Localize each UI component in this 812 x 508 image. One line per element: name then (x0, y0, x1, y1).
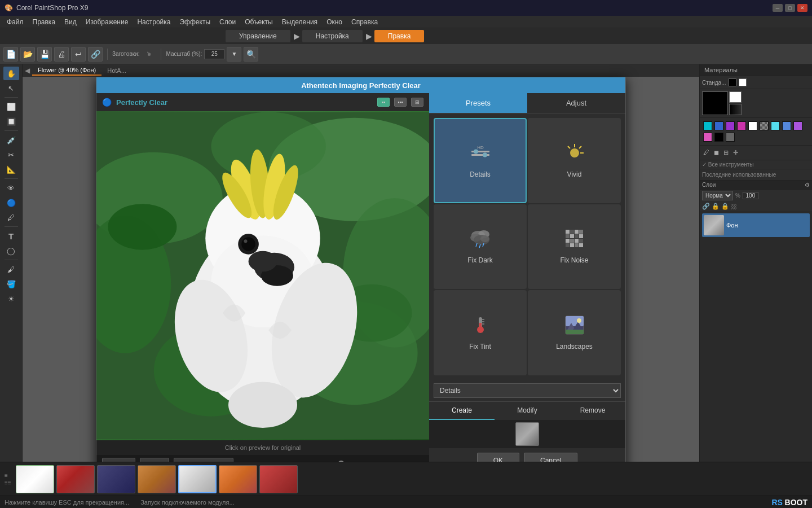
white-swatch[interactable] (729, 91, 742, 103)
preset-fix-dark[interactable]: Fix Dark (434, 204, 527, 290)
tool-select[interactable]: ↖ (3, 81, 19, 95)
transparent-swatch[interactable] (729, 104, 742, 115)
film-thumb-2[interactable] (56, 465, 95, 493)
filmstrip-toggle-2[interactable]: ≡≡ (5, 480, 11, 486)
help-button[interactable]: Help (140, 458, 170, 462)
layer-chain-icon[interactable]: ⛓ (731, 203, 737, 210)
swatch-dark-pattern[interactable] (760, 121, 769, 130)
background-color[interactable] (739, 78, 747, 86)
tool-rect-select[interactable]: ⬜ (3, 100, 19, 113)
tool-fill[interactable]: 🪣 (3, 277, 19, 291)
tool-crop[interactable]: ✂ (3, 148, 19, 161)
open-button[interactable]: 📂 (20, 47, 35, 62)
menu-edit[interactable]: Правка (28, 17, 60, 27)
plus-icon[interactable]: ✚ (732, 148, 739, 157)
layer-blend-mode[interactable]: Норма (702, 191, 733, 200)
foreground-color[interactable] (729, 78, 736, 86)
swatch-cyan-light[interactable] (771, 121, 780, 130)
nav-tab-manage[interactable]: Управление (226, 30, 290, 42)
panel-tab-presets[interactable]: Presets (429, 93, 527, 113)
undo-button[interactable]: ↩ (71, 47, 86, 62)
cancel-button[interactable]: Cancel (524, 453, 577, 462)
maximize-button[interactable]: □ (785, 4, 795, 12)
view-btn-1[interactable]: ▪▪ (377, 98, 390, 107)
menu-view[interactable]: Вид (60, 17, 81, 27)
canvas-tab-flower[interactable]: Flower @ 40% (Фон) (32, 65, 102, 76)
menu-selections[interactable]: Выделения (277, 17, 322, 27)
tool-text[interactable]: T (3, 229, 19, 243)
opacity-input[interactable] (743, 192, 758, 199)
save-button[interactable]: 💾 (37, 47, 52, 62)
menu-file[interactable]: Файл (2, 17, 28, 27)
cm-tab-remove[interactable]: Remove (560, 402, 625, 420)
panel-tab-adjust[interactable]: Adjust (527, 93, 625, 113)
swatch-cyan[interactable] (703, 121, 712, 130)
zoom-thumb[interactable] (338, 461, 345, 462)
layer-lock-icon[interactable]: 🔒 (712, 203, 720, 210)
tool-paint[interactable]: 🖌 (3, 262, 19, 276)
menu-settings[interactable]: Настройка (133, 17, 175, 27)
layer-bg-row[interactable]: Фон (702, 213, 810, 237)
film-thumb-7[interactable] (259, 465, 298, 493)
menu-objects[interactable]: Объекты (240, 17, 277, 27)
nav-tab-settings[interactable]: Настройка (302, 30, 363, 42)
masshtab-input[interactable] (204, 49, 224, 59)
layer-lock2-icon[interactable]: 🔒 (721, 203, 729, 210)
filmstrip-toggle-1[interactable]: ≡ (5, 472, 11, 479)
ok-button[interactable]: OK (477, 453, 519, 462)
share-button[interactable]: 🔗 (88, 47, 103, 62)
back-arrow[interactable]: ◀ (25, 67, 30, 75)
film-thumb-1[interactable] (16, 465, 54, 493)
preset-dropdown[interactable]: Details (434, 383, 621, 398)
menu-help[interactable]: Справка (347, 17, 382, 27)
cm-tab-create[interactable]: Create (429, 402, 495, 420)
watch-tutorials-button[interactable]: Watch Tutorials (174, 458, 233, 462)
zoom-out-button[interactable]: 🔍 (244, 47, 258, 62)
swatch-blue[interactable] (714, 121, 723, 130)
view-btn-2[interactable]: ▪▪▪ (394, 98, 407, 107)
tool-clone[interactable]: 🔵 (3, 196, 19, 209)
layer-settings-icon[interactable]: ⚙ (805, 182, 810, 188)
tool-redeye[interactable]: 👁 (3, 181, 19, 195)
canvas-tab-extra[interactable]: HotA... (102, 66, 132, 75)
view-btn-3[interactable]: ⊞ (411, 98, 423, 107)
film-thumb-5[interactable] (178, 465, 217, 493)
preview-image[interactable] (96, 111, 429, 440)
preset-thumb-1[interactable] (515, 422, 539, 446)
layer-link-icon[interactable]: 🔗 (702, 203, 710, 210)
tool-scratch[interactable]: 🖊 (3, 211, 19, 224)
menu-effects[interactable]: Эффекты (175, 17, 215, 27)
minimize-button[interactable]: ─ (773, 4, 783, 12)
gradient-icon[interactable]: ◼ (713, 148, 720, 157)
main-fg-swatch[interactable] (702, 91, 728, 115)
preset-details[interactable]: HD Details (434, 118, 527, 203)
menu-layers[interactable]: Слои (215, 17, 240, 27)
film-thumb-3[interactable] (97, 465, 135, 493)
print-button[interactable]: 🖨 (54, 47, 69, 62)
close-button[interactable]: ✕ (797, 4, 807, 12)
nav-tab-edit[interactable]: Правка (374, 30, 425, 42)
tool-eyedropper[interactable]: 💉 (3, 133, 19, 147)
tool-pan[interactable]: ✋ (3, 67, 19, 80)
preset-fix-tint[interactable]: Fix Tint (434, 290, 527, 375)
tool-lasso[interactable]: 🔲 (3, 115, 19, 128)
zoom-down-button[interactable]: ▼ (227, 47, 241, 62)
new-button[interactable]: 📄 (3, 47, 18, 62)
swatch-white-2[interactable] (748, 121, 757, 130)
tool-dodge[interactable]: ☀ (3, 292, 19, 305)
film-thumb-4[interactable] (138, 465, 176, 493)
preset-landscapes[interactable]: Landscapes (528, 290, 621, 375)
swatch-pink[interactable] (737, 121, 746, 130)
swatch-violet[interactable] (793, 121, 802, 130)
swatch-rose[interactable] (703, 133, 712, 142)
cm-tab-modify[interactable]: Modify (495, 402, 560, 420)
menu-window[interactable]: Окно (322, 17, 347, 27)
swatch-med-gray[interactable] (726, 133, 735, 142)
film-thumb-6[interactable] (219, 465, 257, 493)
swatch-blue-med[interactable] (782, 121, 791, 130)
menu-image[interactable]: Изображение (81, 17, 133, 27)
brush-icon[interactable]: 🖊 (702, 148, 710, 157)
swatch-black[interactable] (714, 133, 723, 142)
pattern-icon[interactable]: ⊞ (722, 148, 730, 157)
preset-vivid[interactable]: Vivid (528, 118, 621, 203)
